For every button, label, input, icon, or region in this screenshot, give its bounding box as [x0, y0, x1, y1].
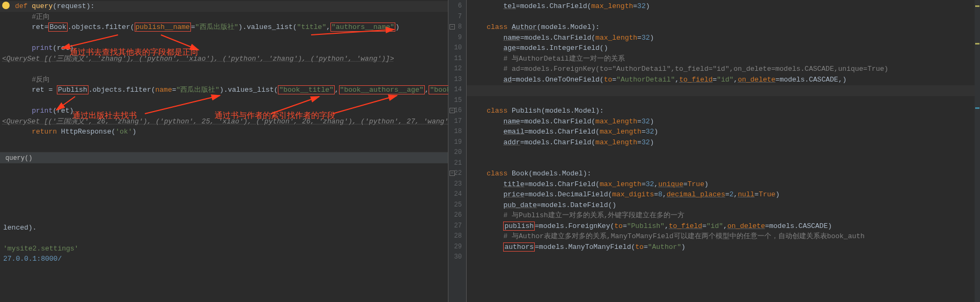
code-line[interactable]: # 与Author表建立多对多的关系,ManyToManyField可以建在两个…: [467, 231, 980, 242]
line-number[interactable]: 7: [448, 12, 466, 23]
code-token: True: [758, 190, 775, 198]
args: (request): [53, 2, 90, 10]
breadcrumb-bar[interactable]: query(): [0, 152, 448, 164]
line-number[interactable]: 14: [448, 85, 466, 95]
code-line[interactable]: ad=models.OneToOneField(to="AuthorDetail…: [467, 75, 980, 85]
line-number[interactable]: 12: [448, 64, 466, 75]
filter-call: filter(: [126, 86, 156, 94]
code-line[interactable]: def query(request):: [0, 1, 448, 12]
line-number[interactable]: 24: [448, 189, 466, 200]
code-token: max_length: [595, 34, 637, 42]
code-token: ,: [675, 76, 679, 84]
line-number[interactable]: 19: [448, 137, 466, 148]
code-token: =models.CharField(: [520, 34, 595, 42]
code-line[interactable]: tel=models.CharField(max_length=32): [467, 1, 980, 12]
code-line[interactable]: #正向: [0, 12, 448, 23]
code-line[interactable]: price=models.DecimalField(max_digits=8,d…: [467, 189, 980, 200]
line-number[interactable]: 6: [448, 1, 466, 12]
left-editor-pane[interactable]: def query(request): #正向 ret=Book.objects…: [0, 0, 448, 302]
close: ): [395, 23, 400, 31]
code-line[interactable]: authors=models.ManyToManyField(to="Autho…: [467, 242, 980, 253]
code-line[interactable]: [467, 158, 980, 169]
code-line[interactable]: [467, 252, 980, 263]
line-number[interactable]: 15: [448, 95, 466, 106]
line-number[interactable]: 23: [448, 179, 466, 190]
code-token: ,: [654, 180, 658, 188]
line-number-gutter[interactable]: 678−910111213141516−171819202122−2324252…: [448, 0, 467, 302]
line-number[interactable]: 16−: [448, 106, 466, 116]
line-number[interactable]: 11: [448, 54, 466, 64]
scroll-marker: [975, 5, 979, 7]
code-token: ,: [662, 190, 667, 198]
code-token: max_length: [595, 117, 637, 126]
close-paren: ).: [238, 23, 247, 31]
code-line[interactable]: name=models.CharField(max_length=32): [467, 116, 980, 127]
console-output[interactable]: lenced). 'mysite2.settings' 27.0.0.1:800…: [0, 164, 448, 302]
code-token: max_length: [591, 2, 633, 10]
fold-toggle-icon[interactable]: −: [450, 108, 455, 113]
right-editor-pane[interactable]: 678−910111213141516−171819202122−2324252…: [448, 0, 980, 302]
line-number[interactable]: 9: [448, 33, 466, 43]
code-token: # 与Publish建立一对多的关系,外键字段建立在多的一方: [503, 211, 684, 219]
line-number[interactable]: 29: [448, 242, 466, 253]
line-number[interactable]: 13: [448, 75, 466, 85]
line-number[interactable]: 18: [448, 127, 466, 137]
line-number[interactable]: 22−: [448, 168, 466, 179]
print-call: print: [32, 44, 53, 52]
string: "西瓜出版社": [176, 86, 220, 94]
code-line[interactable]: age=models.IntegerField(): [467, 43, 980, 54]
code-line[interactable]: title=models.CharField(max_length=32,uni…: [467, 179, 980, 190]
line-number[interactable]: 8−: [448, 22, 466, 33]
blank-line[interactable]: [0, 95, 448, 106]
line-number[interactable]: 30: [448, 252, 466, 263]
code-line[interactable]: publish=models.ForeignKey(to="Publish",t…: [467, 221, 980, 232]
line-number[interactable]: 26: [448, 210, 466, 221]
string: "西瓜出版社": [195, 23, 239, 31]
code-line[interactable]: # ad=models.ForeignKey(to="AuthorDetail"…: [467, 64, 980, 75]
code-line[interactable]: class Book(models.Model):: [467, 168, 980, 179]
breadcrumb-item[interactable]: query(): [5, 154, 32, 162]
line-number[interactable]: 25: [448, 200, 466, 211]
code-line[interactable]: [467, 12, 980, 23]
code-line[interactable]: addr=models.CharField(max_length=32): [467, 137, 980, 148]
code-token: to: [614, 222, 623, 230]
code-line[interactable]: class Publish(models.Model):: [467, 106, 980, 116]
values-list-call: values_list(: [247, 23, 297, 31]
blank-line[interactable]: [0, 33, 448, 43]
code-line[interactable]: [467, 148, 980, 158]
values-list-call: values_list(: [228, 86, 278, 94]
code-line[interactable]: return HttpResponse('ok'): [0, 127, 448, 137]
right-code-area[interactable]: tel=models.CharField(max_length=32) clas…: [467, 0, 980, 302]
line-number[interactable]: 28: [448, 231, 466, 242]
code-line[interactable]: ret=Book.objects.filter(publish__name="西…: [0, 22, 448, 33]
code-line[interactable]: print(ret): [0, 43, 448, 54]
code-line[interactable]: email=models.CharField(max_length=32): [467, 127, 980, 137]
line-number[interactable]: 27: [448, 221, 466, 232]
line-number[interactable]: 17: [448, 116, 466, 127]
code-token: authors: [503, 242, 535, 252]
code-line[interactable]: ret = Publish.objects.filter(name="西瓜出版社…: [0, 85, 448, 95]
code-line[interactable]: # 与Publish建立一对多的关系,外键字段建立在多的一方: [467, 210, 980, 221]
code-token: title: [503, 180, 524, 188]
code-line[interactable]: # 与AuthorDetail建立一对一的关系: [467, 54, 980, 64]
code-token: 32: [642, 34, 650, 42]
code-line[interactable]: class Author(models.Model):: [467, 22, 980, 33]
code-line[interactable]: [467, 95, 980, 106]
fold-toggle-icon[interactable]: −: [450, 24, 455, 30]
code-line[interactable]: #反向: [0, 75, 448, 85]
line-number[interactable]: 10: [448, 43, 466, 54]
red-highlight-box: Publish: [57, 85, 89, 94]
code-token: =models.CharField(: [520, 117, 595, 126]
code-token: on_delete: [727, 222, 765, 230]
line-number[interactable]: 20: [448, 148, 466, 158]
code-token: True: [688, 180, 704, 188]
blank-line[interactable]: [0, 64, 448, 75]
comment: #正向: [32, 13, 50, 21]
editor-scrollbar[interactable]: [975, 0, 980, 302]
line-number[interactable]: 21: [448, 158, 466, 169]
console-line: lenced).: [3, 223, 445, 233]
code-line[interactable]: name=models.CharField(max_length=32): [467, 33, 980, 43]
code-line[interactable]: pub_date=models.DateField(): [467, 200, 980, 211]
fold-toggle-icon[interactable]: −: [450, 171, 455, 176]
output-comment[interactable]: <QuerySet [('三国演义', 'zhang'), ('python',…: [0, 54, 448, 64]
